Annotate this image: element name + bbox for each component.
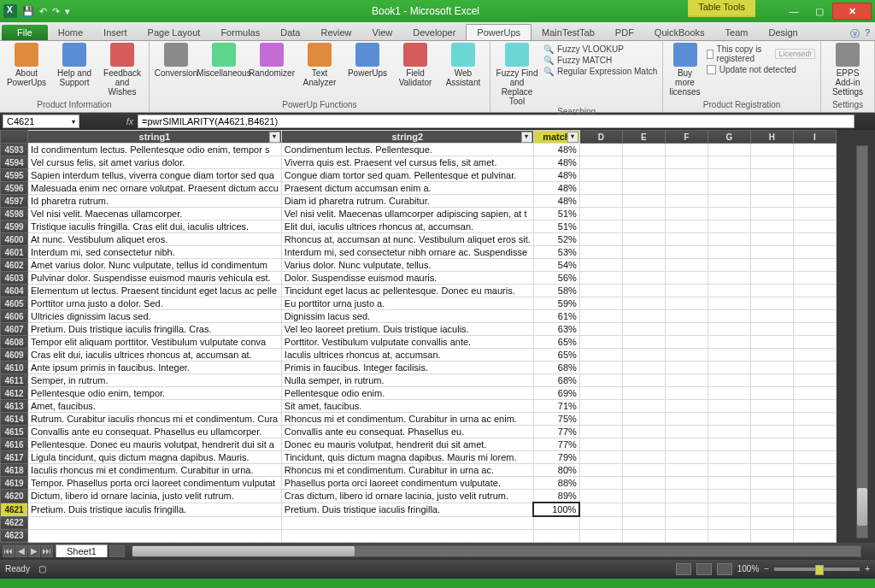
row-header[interactable]: 4609 xyxy=(1,349,28,362)
about-powerups-button[interactable]: About PowerUps xyxy=(5,43,48,87)
cell-string1[interactable]: Amet varius dolor. Nunc vulputate, tellu… xyxy=(28,259,282,272)
cell-string1[interactable]: Sapien interdum tellus, viverra congue d… xyxy=(28,169,282,182)
row-header[interactable]: 4617 xyxy=(1,451,28,464)
formula-input[interactable]: =pwrSIMILARITY(A4621,B4621) xyxy=(138,115,854,128)
col-H[interactable]: H xyxy=(750,131,793,144)
row-header[interactable]: 4612 xyxy=(1,387,28,400)
miscellaneous-button[interactable]: Miscellaneous xyxy=(203,43,245,78)
view-page-layout-icon[interactable] xyxy=(696,563,712,575)
col-D[interactable]: D xyxy=(579,131,622,144)
cell-string2[interactable]: Viverra quis est. Praesent vel cursus fe… xyxy=(281,156,533,169)
feedback-and-wishes-button[interactable]: Feedback and Wishes xyxy=(101,43,144,97)
nav-first-icon[interactable]: ⏮ xyxy=(3,545,15,557)
cell-match[interactable]: 77% xyxy=(533,438,579,451)
cell-string2[interactable]: Phasellus porta orci laoreet condimentum… xyxy=(281,477,533,490)
cell-match[interactable]: 48% xyxy=(533,144,579,156)
table-row[interactable]: 4610Ante ipsum primis in faucibus. Integ… xyxy=(1,362,837,374)
cell-match[interactable]: 63% xyxy=(533,323,579,336)
cell-string2[interactable]: Rhoncus at, accumsan at nunc. Vestibulum… xyxy=(281,233,533,246)
row-header[interactable]: 4601 xyxy=(1,246,28,259)
cell-match[interactable]: 80% xyxy=(533,464,579,477)
cell-string2[interactable]: Varius dolor. Nunc vulputate, tellus. xyxy=(281,259,533,272)
scroll-thumb[interactable] xyxy=(857,488,867,526)
table-row[interactable]: 4612Pellentesque odio enim, tempor.Pelle… xyxy=(1,387,837,400)
row-header[interactable]: 4593 xyxy=(1,144,28,156)
cell-string2[interactable]: Praesent dictum accumsan enim a. xyxy=(281,182,533,195)
tab-data[interactable]: Data xyxy=(270,25,310,40)
cell-string2[interactable]: Sit amet, faucibus. xyxy=(281,400,533,413)
table-row[interactable]: 4614Rutrum. Curabitur iaculis rhoncus mi… xyxy=(1,413,837,426)
cell-string1[interactable]: Tempor. Phasellus porta orci laoreet con… xyxy=(28,477,282,490)
cell-match[interactable]: 51% xyxy=(533,208,579,220)
col-G[interactable]: G xyxy=(708,131,750,144)
powerups-button[interactable]: PowerUps xyxy=(346,43,389,78)
cell-string1[interactable]: Dictum, libero id ornare lacinia, justo … xyxy=(28,490,282,503)
cell-string2[interactable]: Porttitor. Vestibulum vulputate convalli… xyxy=(281,336,533,349)
cell-string1[interactable]: Pellentesque odio enim, tempor. xyxy=(28,387,282,400)
cell-match[interactable]: 59% xyxy=(533,297,579,310)
cell-match[interactable]: 65% xyxy=(533,349,579,362)
buy-licenses-button[interactable]: Buy more licenses xyxy=(668,43,701,97)
cell-string2[interactable]: Tincidunt, quis dictum magna dapibus. Ma… xyxy=(281,451,533,464)
cell-string2[interactable]: Primis in faucibus. Integer facilisis. xyxy=(281,362,533,374)
tab-design[interactable]: Design xyxy=(758,25,807,40)
row-header[interactable]: 4594 xyxy=(1,156,28,169)
ribbon-minimize-icon[interactable]: ⓥ xyxy=(850,27,860,40)
row-header[interactable]: 4605 xyxy=(1,297,28,310)
text-analyzer-button[interactable]: Text Analyzer xyxy=(298,43,341,87)
sheet-tab[interactable]: Sheet1 xyxy=(56,544,108,557)
randomizer-button[interactable]: Randomizer xyxy=(250,43,293,78)
col-I[interactable]: I xyxy=(793,131,836,144)
tab-insert[interactable]: Insert xyxy=(93,25,138,40)
table-row[interactable]: 4619Tempor. Phasellus porta orci laoreet… xyxy=(1,477,837,490)
cell-match[interactable]: 53% xyxy=(533,246,579,259)
column-header-string2[interactable]: string2 xyxy=(281,131,533,144)
cell-string2[interactable]: Nulla semper, in rutrum. xyxy=(281,374,533,387)
select-all[interactable] xyxy=(1,131,28,144)
search-option[interactable]: 🔍Fuzzy VLOOKUP xyxy=(543,44,657,54)
tab-home[interactable]: Home xyxy=(48,25,93,40)
horizontal-scrollbar[interactable] xyxy=(132,545,861,557)
cell-string2[interactable]: Convallis ante eu consequat. Phasellus e… xyxy=(281,426,533,438)
cell-string1[interactable]: Id pharetra rutrum. xyxy=(28,195,282,208)
cell-string2[interactable]: Diam id pharetra rutrum. Curabitur. xyxy=(281,195,533,208)
zoom-slider[interactable] xyxy=(774,567,860,571)
cell-match[interactable]: 71% xyxy=(533,400,579,413)
cell-string2[interactable]: Cras dictum, libero id ornare lacinia, j… xyxy=(281,490,533,503)
table-row[interactable]: 4606Ultricies dignissim lacus sed.Dignis… xyxy=(1,310,837,323)
table-row[interactable]: 4616Pellentesque. Donec eu mauris volutp… xyxy=(1,438,837,451)
tab-developer[interactable]: Developer xyxy=(402,25,466,40)
row-header[interactable]: 4615 xyxy=(1,426,28,438)
tab-pdf[interactable]: PDF xyxy=(605,25,644,40)
nav-last-icon[interactable]: ⏭ xyxy=(41,545,53,557)
cell-string1[interactable]: Id condimentum lectus. Pellentesque odio… xyxy=(28,144,282,156)
cell-match[interactable]: 88% xyxy=(533,477,579,490)
cell-match[interactable]: 68% xyxy=(533,374,579,387)
row-header[interactable]: 4602 xyxy=(1,259,28,272)
macro-record-icon[interactable]: ▢ xyxy=(38,564,46,573)
cell-string2[interactable]: Rhoncus mi et condimentum. Curabitur in … xyxy=(281,413,533,426)
zoom-in-icon[interactable]: + xyxy=(865,564,870,573)
vertical-scrollbar[interactable] xyxy=(856,145,868,538)
cell-match[interactable]: 58% xyxy=(533,285,579,297)
cell-string2[interactable]: Dolor. Suspendisse euismod mauris. xyxy=(281,272,533,285)
cell-string2[interactable]: Donec eu mauris volutpat, hendrerit dui … xyxy=(281,438,533,451)
cell-match[interactable]: 89% xyxy=(533,490,579,503)
row-header[interactable]: 4623 xyxy=(1,529,28,542)
cell-string1[interactable]: Ultricies dignissim lacus sed. xyxy=(28,310,282,323)
view-page-break-icon[interactable] xyxy=(717,563,732,575)
cell-match[interactable]: 48% xyxy=(533,169,579,182)
cell-string1[interactable]: Rutrum. Curabitur iaculis rhoncus mi et … xyxy=(28,413,282,426)
row-header[interactable]: 4597 xyxy=(1,195,28,208)
row-header[interactable]: 4619 xyxy=(1,477,28,490)
table-row[interactable]: 4617Ligula tincidunt, quis dictum magna … xyxy=(1,451,837,464)
row-header[interactable]: 4598 xyxy=(1,208,28,220)
cell-match[interactable]: 69% xyxy=(533,387,579,400)
file-tab[interactable]: File xyxy=(2,25,48,40)
cell-match[interactable]: 52% xyxy=(533,233,579,246)
table-row[interactable]: 4622 xyxy=(1,516,837,529)
cell-match[interactable]: 75% xyxy=(533,413,579,426)
row-header[interactable]: 4603 xyxy=(1,272,28,285)
cell-string1[interactable]: Porttitor urna justo a dolor. Sed. xyxy=(28,297,282,310)
cell-string2[interactable]: Pellentesque odio enim. xyxy=(281,387,533,400)
